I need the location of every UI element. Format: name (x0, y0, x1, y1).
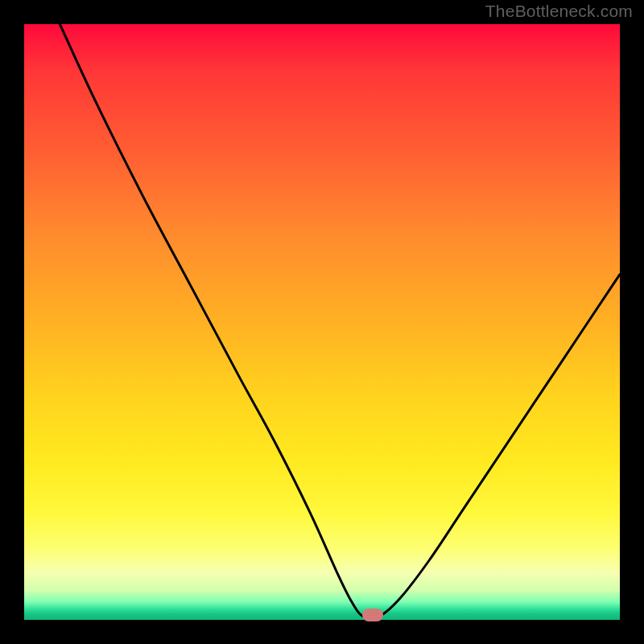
curve-svg (24, 24, 620, 620)
optimal-marker (362, 609, 383, 621)
bottleneck-curve-path (60, 24, 620, 619)
chart-stage: TheBottleneck.com (0, 0, 644, 644)
plot-area (24, 24, 620, 620)
watermark-text: TheBottleneck.com (485, 2, 633, 21)
